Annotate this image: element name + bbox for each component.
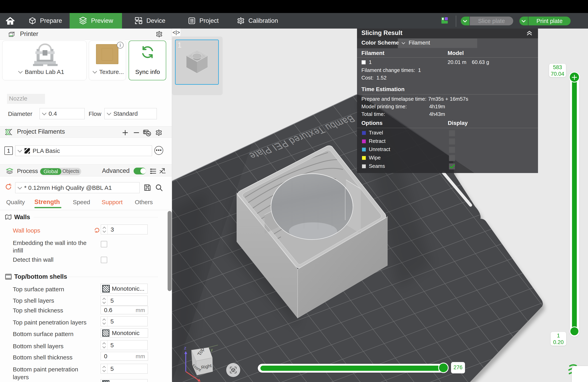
svg-text:z: z bbox=[184, 345, 186, 350]
svg-text:y: y bbox=[211, 347, 213, 352]
